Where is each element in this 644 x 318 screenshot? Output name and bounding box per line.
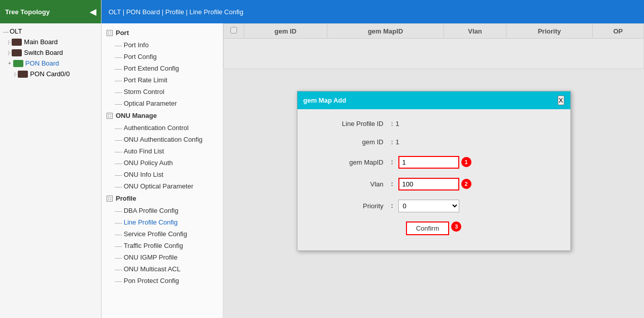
vlan-label: Vlan <box>313 180 384 188</box>
sidebar-title: Tree Topology <box>5 8 50 16</box>
nav-item-dba-profile-config[interactable]: DBA Profile Config <box>101 205 223 216</box>
sidebar-item-pon-board[interactable]: + PON Board <box>6 58 101 69</box>
modal-row-gem-id: gem ID ： 1 <box>313 138 555 147</box>
sidebar-collapse-btn[interactable]: ◀ <box>90 7 96 17</box>
nav-item-onu-auth-config[interactable]: ONU Authentication Config <box>101 134 223 145</box>
profile-section-icon: □ <box>107 196 113 202</box>
line-profile-id-value: 1 <box>396 120 399 128</box>
sidebar-item-pon-card[interactable]: |- PON Card0/0 <box>12 69 101 79</box>
port-section-label: Port <box>116 29 129 37</box>
vlan-sep: ： <box>389 179 395 188</box>
nav-section-profile[interactable]: □ Profile <box>101 192 223 205</box>
vlan-input[interactable] <box>398 178 459 190</box>
gem-mapid-sep: ： <box>389 157 395 167</box>
gem-id-label: gem ID <box>313 138 384 146</box>
sidebar-tree: — OLT |- Main Board |- Switch Board + PO… <box>0 23 101 318</box>
step-badge-1: 1 <box>461 157 471 167</box>
main-content: OLT | PON Board | Profile | Line Profile… <box>101 0 644 318</box>
pon-card-label: PON Card0/0 <box>30 70 70 78</box>
confirm-button[interactable]: Confirm <box>406 221 450 235</box>
modal-body: Line Profile ID ： 1 gem ID ： 1 gem M <box>297 109 570 250</box>
nav-item-pon-protect-config[interactable]: Pon Protect Config <box>101 275 223 287</box>
main-board-label: Main Board <box>24 38 57 46</box>
nav-item-optical-parameter[interactable]: Optical Parameter <box>101 98 223 109</box>
nav-item-service-profile-config[interactable]: Service Profile Config <box>101 228 223 240</box>
nav-item-onu-optical-parameter[interactable]: ONU Optical Parameter <box>101 180 223 192</box>
step-badge-3: 3 <box>451 221 461 232</box>
sidebar-item-switch-board[interactable]: |- Switch Board <box>6 47 101 58</box>
gem-mapid-label: gem MapID <box>313 158 384 166</box>
breadcrumb-text: OLT | PON Board | Profile | Line Profile… <box>109 8 243 16</box>
line-profile-id-sep: ： <box>389 119 394 129</box>
gem-id-value: 1 <box>396 138 399 146</box>
modal-row-gem-mapid: gem MapID ： 1 <box>313 156 555 169</box>
modal-close-button[interactable]: X <box>558 96 564 105</box>
modal-title-bar: gem Map Add X <box>297 91 570 109</box>
modal-overlay: gem Map Add X Line Profile ID ： 1 gem ID <box>223 23 644 318</box>
nav-item-auto-find-list[interactable]: Auto Find List <box>101 145 223 157</box>
priority-label: Priority <box>313 202 384 210</box>
priority-select[interactable]: 0 1 2 3 4 5 6 7 <box>398 200 459 212</box>
priority-sep: ： <box>389 201 395 210</box>
nav-item-port-info[interactable]: Port Info <box>101 39 223 51</box>
nav-section-port[interactable]: □ Port <box>101 26 223 39</box>
nav-item-onu-info-list[interactable]: ONU Info List <box>101 169 223 180</box>
modal-row-line-profile-id: Line Profile ID ： 1 <box>313 119 555 129</box>
breadcrumb: OLT | PON Board | Profile | Line Profile… <box>101 0 644 23</box>
modal-title: gem Map Add <box>303 97 347 104</box>
right-panel: gem ID gem MapID Vlan Priority OP ForoIS… <box>223 23 644 318</box>
gem-id-sep: ： <box>389 138 394 147</box>
line-profile-id-label: Line Profile ID <box>313 120 384 128</box>
nav-item-line-profile-config[interactable]: Line Profile Config <box>101 216 223 228</box>
nav-item-onu-policy-auth[interactable]: ONU Policy Auth <box>101 157 223 169</box>
sidebar-item-main-board[interactable]: |- Main Board <box>6 37 101 47</box>
sidebar-item-olt[interactable]: — OLT <box>0 26 101 37</box>
gem-mapid-input[interactable] <box>398 156 459 169</box>
switch-board-label: Switch Board <box>24 49 63 56</box>
gem-map-add-modal: gem Map Add X Line Profile ID ： 1 gem ID <box>297 91 571 251</box>
nav-item-authentication-control[interactable]: Authentication Control <box>101 122 223 134</box>
olt-label: OLT <box>10 27 22 35</box>
nav-item-port-config[interactable]: Port Config <box>101 51 223 62</box>
sidebar-header: Tree Topology ◀ <box>0 0 101 23</box>
step-badge-2: 2 <box>461 179 471 189</box>
modal-row-priority: Priority ： 0 1 2 3 4 5 6 7 <box>313 200 555 212</box>
nav-item-storm-control[interactable]: Storm Control <box>101 86 223 98</box>
modal-row-vlan: Vlan ： 2 <box>313 178 555 190</box>
left-nav: □ Port Port Info Port Config Port Extend… <box>101 23 223 318</box>
port-section-icon: □ <box>107 30 113 36</box>
pon-board-expand[interactable]: + <box>8 60 11 66</box>
pon-board-label: PON Board <box>25 59 59 67</box>
onu-manage-section-label: ONU Manage <box>116 112 157 119</box>
profile-section-label: Profile <box>116 195 136 202</box>
nav-item-onu-igmp-profile[interactable]: ONU IGMP Profile <box>101 251 223 263</box>
content-area: □ Port Port Info Port Config Port Extend… <box>101 23 644 318</box>
onu-manage-section-icon: □ <box>107 113 113 119</box>
sidebar: Tree Topology ◀ — OLT |- Main Board |- S… <box>0 0 101 318</box>
nav-item-port-rate-limit[interactable]: Port Rate Limit <box>101 74 223 86</box>
modal-confirm-row: Confirm 3 <box>313 221 555 240</box>
nav-section-onu-manage[interactable]: □ ONU Manage <box>101 109 223 122</box>
nav-item-onu-multicast-acl[interactable]: ONU Multicast ACL <box>101 263 223 275</box>
nav-item-port-extend-config[interactable]: Port Extend Config <box>101 62 223 74</box>
nav-item-traffic-profile-config[interactable]: Traffic Profile Config <box>101 240 223 251</box>
